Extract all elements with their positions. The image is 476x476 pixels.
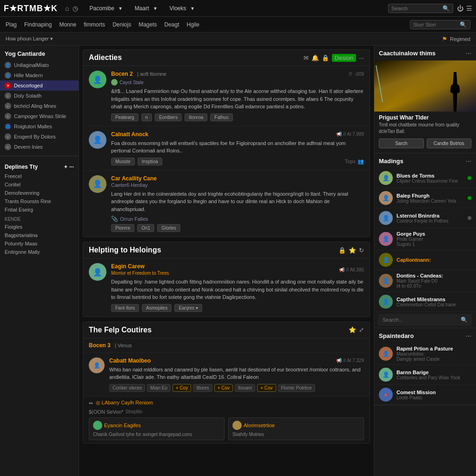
muoste-btn[interactable]: Muoste xyxy=(111,158,135,165)
secondary-search-input[interactable] xyxy=(413,22,460,27)
post-2-link[interactable]: Orrun Falles xyxy=(120,216,148,222)
sec-nav-deniojs[interactable]: Deniojs xyxy=(112,20,131,29)
sidebar-s2-item-1[interactable]: Coriitel xyxy=(0,180,79,189)
expand-icon-s2[interactable]: ⤢ xyxy=(359,326,364,333)
member-2[interactable]: 👤 Lsternol Bninrdra Cointror Ferple In P… xyxy=(374,208,476,228)
tag-fathuc[interactable]: Fathuc xyxy=(210,113,233,121)
lock-icon-s1[interactable]: 🔒 xyxy=(338,247,346,254)
plus-icon[interactable]: + xyxy=(64,164,67,170)
sidebar-s2-item-3[interactable]: Trants Rounsts Rine xyxy=(0,197,79,205)
sarch-btn[interactable]: Sarch xyxy=(379,139,424,148)
menu-icon[interactable]: ☰ xyxy=(466,5,472,12)
home-icon[interactable]: ⌂ xyxy=(65,5,69,12)
sidebar-item-2[interactable]: ✕ Descorloged xyxy=(0,80,79,91)
eanjres-btn[interactable]: Eanjres ▾ xyxy=(174,304,202,312)
member-4[interactable]: 👤 Capliontnann: xyxy=(374,250,476,270)
tag-n[interactable]: n xyxy=(141,113,152,121)
fant-itors-btn[interactable]: Fant Itors xyxy=(111,304,139,312)
post-0-content: Bocen 2 | aoft ltiomne ⏱ -009 Cayot Stal… xyxy=(111,71,364,121)
collapse-row: ▪▪ ◎ LAbarry Caylh Reniom xyxy=(89,400,364,406)
spaintedaro-2-name: Comest Mission xyxy=(397,390,471,395)
sidebar-s3-item-3[interactable]: Enitrgnne Mally xyxy=(0,248,79,256)
inline-action-4[interactable]: + Cov xyxy=(214,384,233,392)
glorles-btn[interactable]: Glorles xyxy=(157,224,180,232)
member-1[interactable]: 👤 Balep Fhurgh Joling Misection Careen Y… xyxy=(374,188,476,208)
sidebar-s3-item-2[interactable]: Polunrty Maas xyxy=(0,239,79,248)
refresh-icon-s1[interactable]: ↻ xyxy=(359,247,364,254)
section0-dots[interactable]: ··· xyxy=(359,54,364,61)
sec-nav-plag[interactable]: Plag xyxy=(6,20,17,29)
sec-nav-fimmorts[interactable]: fimmorts xyxy=(84,20,105,29)
ellipsis-icon[interactable]: ··· xyxy=(69,164,74,170)
sec-nav-monne[interactable]: Monne xyxy=(59,20,76,29)
spaintedaro-dots[interactable]: ··· xyxy=(466,332,471,339)
pionrre-btn[interactable]: Pionrre xyxy=(111,224,134,232)
post-3-author[interactable]: Eagin Carew xyxy=(111,263,145,270)
sec-nav-deagt[interactable]: Deagt xyxy=(165,20,179,29)
post-1-author[interactable]: Calnatt Anock xyxy=(111,131,148,138)
tag-eontbers[interactable]: Eontbers xyxy=(155,113,182,121)
inline-action-3[interactable]: Itlores xyxy=(193,384,212,392)
sec-nav-magets[interactable]: Magets xyxy=(139,20,157,29)
spaintedaro-2[interactable]: 🔺 Comest Mission Loote Paatic xyxy=(374,385,476,405)
member-0[interactable]: 👤 Blues de Torms Clijsler Cntros Basomme… xyxy=(374,168,476,188)
candte-botrios-btn[interactable]: Candte Botrios xyxy=(427,139,472,148)
nav-link-pacomibe[interactable]: Pacomibe ▾ xyxy=(82,3,125,13)
power-icon[interactable]: ⏻ xyxy=(457,5,463,12)
forum-section-1-title: Helpting to Heloings xyxy=(89,246,161,254)
sidebar-item-0[interactable]: 👤 UnllaginalMiato xyxy=(0,60,79,70)
star-icon-s2[interactable]: ⭐ xyxy=(349,326,356,333)
inline-action-7[interactable]: Flomic Potrtice xyxy=(278,384,315,392)
members-search[interactable]: 🔍 xyxy=(378,314,472,326)
tag-itonroa[interactable]: Itonroa xyxy=(185,113,207,121)
inline-action-6[interactable]: + Cov xyxy=(257,384,276,392)
lock-icon[interactable]: 🔒 xyxy=(322,54,329,61)
sec-nav-findnaping[interactable]: Findnaping xyxy=(24,20,52,29)
inline-action-0[interactable]: Coriiter vleces xyxy=(109,384,145,392)
sidebar-item-5[interactable]: ▪ Campoger Winas Slrile xyxy=(0,111,79,121)
sidebar-s2-item-2[interactable]: Demofevenring xyxy=(0,189,79,197)
clock-icon[interactable]: ◷ xyxy=(73,5,78,12)
sidebar-item-8[interactable]: ▪ Devern Inies xyxy=(0,142,79,152)
post-4-sub-author[interactable]: Cabatt Maolbeo xyxy=(109,357,151,364)
featured-dots[interactable]: ··· xyxy=(466,49,471,57)
sidebar-item-6[interactable]: 🌐 Roigtutori Malles xyxy=(0,121,79,132)
sidebar-s2-item-0[interactable]: Freecel xyxy=(0,172,79,180)
inline-action-2[interactable]: + Coy xyxy=(172,384,191,392)
member-5[interactable]: 👤 Dontins - Candeas: Main Sauct Fale D0 … xyxy=(374,270,476,292)
star-icon-s1[interactable]: ⭐ xyxy=(349,247,356,254)
sec-nav-hgile[interactable]: Hgile xyxy=(187,20,199,29)
top-search-input[interactable] xyxy=(391,6,443,11)
insptioa-btn[interactable]: Insptioa xyxy=(138,158,162,165)
sidebar-item-1[interactable]: 👤 Hille Madern xyxy=(0,70,79,80)
mail-icon[interactable]: ✉ xyxy=(304,54,309,61)
secondary-search-box[interactable]: 🔍 xyxy=(410,20,470,29)
post-0: 👤 Bocen 2 | aoft ltiomne ⏱ -009 xyxy=(83,66,370,126)
post-4-author[interactable]: Bocen 3 xyxy=(89,342,111,349)
sidebar-item-7[interactable]: ▪ Erogerd By Dolors xyxy=(0,132,79,142)
breadcrumb[interactable]: How phoun Langer ▾ xyxy=(6,36,53,42)
members-search-input[interactable] xyxy=(383,317,459,323)
tag-peatearg[interactable]: Peatearg xyxy=(111,113,139,121)
sidebar-s3-item-1[interactable]: Bagpirtariatina xyxy=(0,231,79,239)
asmopiles-btn[interactable]: Asmopiles xyxy=(142,304,172,312)
sidebar-s3-item-0[interactable]: Fioigles xyxy=(0,223,79,231)
members-dots[interactable]: ··· xyxy=(466,157,471,165)
spaintedaro-1[interactable]: 👤 Barnn Barige Corltanles and Pary Wias … xyxy=(374,365,476,385)
bell-icon[interactable]: 🔔 xyxy=(311,54,319,61)
sidebar-item-3[interactable]: ▪ Doly Soladh xyxy=(0,91,79,101)
inline-action-5[interactable]: Itsoam xyxy=(235,384,255,392)
sidebar-item-4[interactable]: ▪ bichricl Aling Mnes xyxy=(0,101,79,111)
on1-btn[interactable]: On1 xyxy=(137,224,154,232)
member-3[interactable]: 👤 Gorge Puys Pride Garner Sugots 1 xyxy=(374,228,476,250)
sidebar-s2-item-4[interactable]: Fntial Eseirg xyxy=(0,205,79,214)
post-0-author[interactable]: Bocen 2 xyxy=(111,71,133,77)
nav-link-vloeks[interactable]: Vloeks ▾ xyxy=(162,3,198,13)
nav-link-maart[interactable]: Maart ▾ xyxy=(127,3,160,13)
top-action-icons: ⏻ ☰ xyxy=(457,5,472,12)
top-search-box[interactable]: 🔍 xyxy=(388,4,453,13)
spaintedaro-0[interactable]: 👤 Rapmt Prtion a Pasture Maacurdotos: Da… xyxy=(374,343,476,365)
inline-action-1[interactable]: Mian Eo xyxy=(147,384,171,392)
member-6[interactable]: 👤 Capthet Milestranns Conmnretion Cellol… xyxy=(374,292,476,312)
post-2-author[interactable]: Car Acallity Cane xyxy=(111,175,157,182)
